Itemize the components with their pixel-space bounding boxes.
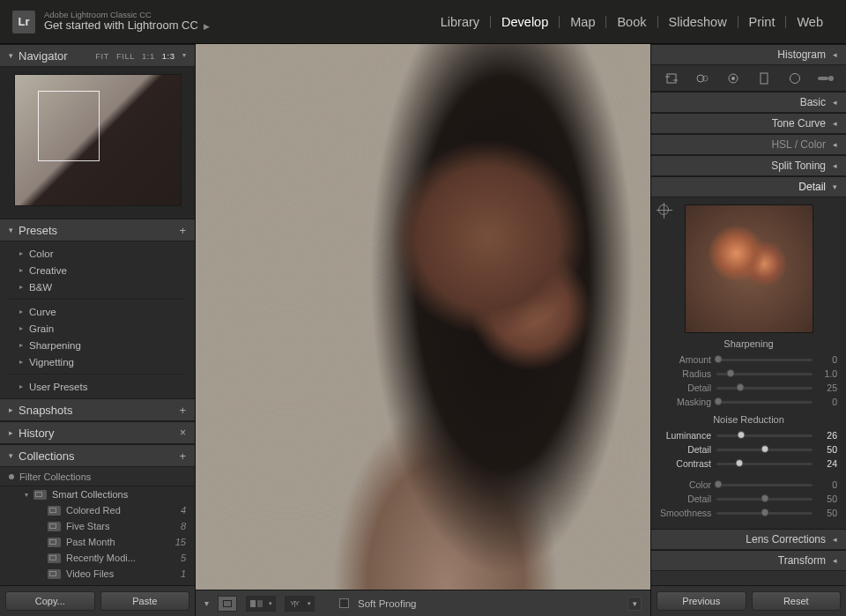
hsl-header[interactable]: HSL / Color	[651, 134, 846, 155]
smart-collection-icon	[48, 522, 61, 531]
presets-header[interactable]: Presets +	[0, 219, 195, 241]
tonecurve-header[interactable]: Tone Curve	[651, 113, 846, 134]
slider-label: Detail	[660, 444, 711, 455]
slider-track[interactable]	[716, 434, 813, 437]
add-icon[interactable]: +	[179, 404, 186, 417]
disclosure-icon	[833, 50, 837, 59]
slider-track[interactable]	[716, 484, 813, 486]
smart-collection-item[interactable]: Colored Red4	[0, 502, 195, 518]
slider-knob[interactable]	[715, 355, 723, 363]
navigator-zoom-options: FITFILL1:11:3▾	[95, 51, 186, 61]
before-after-lr-button[interactable]	[246, 596, 265, 612]
module-print[interactable]: Print	[738, 15, 786, 29]
navigator-thumbnail[interactable]	[14, 74, 182, 206]
add-icon[interactable]: +	[179, 224, 186, 237]
slider-knob[interactable]	[738, 431, 746, 439]
module-web[interactable]: Web	[786, 15, 834, 29]
previous-button[interactable]: Previous	[657, 591, 746, 611]
adjustment-brush-tool-icon[interactable]	[815, 70, 836, 87]
swap-button[interactable]: Y|Y	[285, 596, 304, 612]
history-title: History	[19, 427, 54, 440]
slider-knob[interactable]	[761, 445, 768, 453]
module-slideshow[interactable]: Slideshow	[658, 15, 738, 29]
toolbar-dropdown-button[interactable]: ▾	[627, 597, 642, 611]
histogram-header[interactable]: Histogram	[651, 44, 846, 65]
copy-button[interactable]: Copy...	[5, 591, 95, 611]
zoom-option[interactable]: FILL	[116, 51, 135, 61]
sharpening-slider-row: Masking0	[660, 395, 837, 409]
brand-tagline-link[interactable]: Get started with Lightroom CC ▶	[44, 19, 210, 33]
brand: Lr Adobe Lightroom Classic CC Get starte…	[12, 11, 210, 33]
slider-knob[interactable]	[715, 397, 723, 405]
preset-group[interactable]: User Presets	[0, 378, 195, 395]
snapshots-header[interactable]: Snapshots +	[0, 398, 195, 421]
module-library[interactable]: Library	[430, 15, 490, 29]
crop-tool-icon[interactable]	[661, 70, 682, 87]
spot-removal-tool-icon[interactable]	[692, 70, 713, 87]
zoom-option[interactable]: 1:1	[142, 51, 155, 61]
slider-track[interactable]	[716, 359, 813, 361]
slider-track[interactable]	[716, 449, 813, 451]
preset-group[interactable]: Curve	[0, 303, 195, 320]
slider-knob[interactable]	[727, 369, 735, 377]
tonecurve-title: Tone Curve	[772, 117, 826, 130]
slider-track[interactable]	[716, 498, 813, 501]
preset-group[interactable]: Creative	[0, 262, 195, 278]
add-icon[interactable]: +	[179, 449, 186, 463]
slider-knob[interactable]	[737, 383, 745, 391]
slider-knob[interactable]	[736, 459, 744, 467]
lens-header[interactable]: Lens Corrections	[651, 529, 846, 550]
slider-value: 50	[818, 494, 837, 504]
transform-header[interactable]: Transform	[651, 550, 846, 571]
disclosure-icon	[9, 428, 13, 437]
slider-knob[interactable]	[761, 494, 768, 502]
splittoning-title: Split Toning	[771, 160, 826, 172]
slider-track[interactable]	[716, 373, 813, 375]
slider-track[interactable]	[716, 463, 813, 465]
view-mode-loupe[interactable]	[218, 596, 237, 612]
zoom-option[interactable]: FIT	[95, 51, 109, 61]
soft-proofing-checkbox[interactable]	[339, 598, 349, 608]
preset-group[interactable]: Grain	[0, 320, 195, 337]
preset-group[interactable]: Sharpening	[0, 337, 195, 353]
slider-track[interactable]	[716, 401, 813, 404]
before-after-menu-button[interactable]: ▾	[265, 596, 276, 612]
paste-button[interactable]: Paste	[100, 591, 190, 611]
loupe-view-button[interactable]	[218, 596, 237, 612]
navigator-header[interactable]: Navigator FITFILL1:11:3▾	[0, 44, 195, 67]
basic-header[interactable]: Basic	[651, 92, 846, 113]
detail-target-icon[interactable]	[658, 204, 669, 215]
smart-collection-item[interactable]: Past Month15	[0, 534, 195, 550]
splittoning-header[interactable]: Split Toning	[651, 155, 846, 176]
smart-collection-item[interactable]: Recently Modi...5	[0, 550, 195, 566]
reset-button[interactable]: Reset	[752, 591, 842, 611]
slider-track[interactable]	[716, 512, 813, 515]
radial-filter-tool-icon[interactable]	[784, 70, 805, 87]
preset-group[interactable]: Vignetting	[0, 353, 195, 370]
module-book[interactable]: Book	[606, 15, 657, 29]
toolbar-chevron-icon[interactable]: ▾	[204, 598, 209, 608]
zoom-option[interactable]: 1:3	[162, 51, 175, 61]
preset-group[interactable]: Color	[0, 245, 195, 262]
slider-knob[interactable]	[761, 508, 768, 516]
slider-knob[interactable]	[715, 480, 723, 488]
detail-preview[interactable]	[685, 204, 813, 333]
history-header[interactable]: History ×	[0, 421, 195, 444]
collections-header[interactable]: Collections +	[0, 444, 195, 467]
detail-header[interactable]: Detail	[651, 176, 846, 197]
module-map[interactable]: Map	[560, 15, 605, 29]
module-develop[interactable]: Develop	[491, 15, 559, 29]
swap-menu-button[interactable]: ▾	[304, 596, 315, 612]
preset-group[interactable]: B&W	[0, 278, 195, 295]
navigator-body	[0, 67, 195, 219]
image-canvas[interactable]	[196, 44, 650, 590]
slider-track[interactable]	[716, 387, 813, 390]
collection-folder[interactable]: Smart Collections	[0, 486, 195, 502]
graduated-filter-tool-icon[interactable]	[753, 70, 775, 87]
redeye-tool-icon[interactable]	[723, 70, 744, 87]
smart-collection-item[interactable]: Five Stars8	[0, 518, 195, 534]
zoom-dropdown-icon[interactable]: ▾	[182, 51, 187, 61]
close-icon[interactable]: ×	[180, 427, 186, 439]
smart-collection-item[interactable]: Video Files1	[0, 566, 195, 582]
collections-filter[interactable]: Filter Collections	[0, 467, 195, 486]
